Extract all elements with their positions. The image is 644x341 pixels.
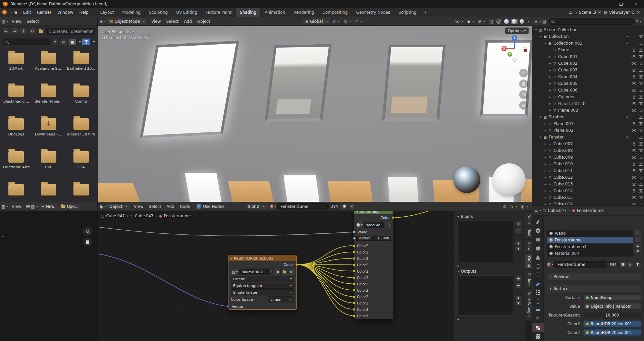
menu-help[interactable]: Help bbox=[76, 8, 91, 17]
create-folder-icon[interactable] bbox=[37, 28, 45, 35]
hide-in-viewport-eye-icon[interactable] bbox=[632, 176, 636, 179]
disable-in-renders-camera-icon[interactable] bbox=[639, 102, 643, 105]
folder-item[interactable]: Config bbox=[65, 81, 97, 114]
open-image-folder-icon[interactable] bbox=[281, 269, 287, 275]
expand-arrow-icon[interactable]: ▾ bbox=[543, 42, 547, 45]
expand-arrow-icon[interactable]: ▾ bbox=[534, 28, 538, 32]
hide-in-viewport-eye-icon[interactable] bbox=[632, 109, 636, 112]
disable-in-renders-camera-icon[interactable] bbox=[639, 69, 643, 72]
editor-type-file-browser-icon[interactable]: ▥ bbox=[2, 19, 8, 24]
outputs-list[interactable] bbox=[458, 275, 514, 316]
back-icon[interactable]: ← bbox=[2, 28, 10, 35]
properties-tab-view-layer[interactable] bbox=[532, 244, 544, 253]
outliner-row-cube-010[interactable]: ▸▽Cube.010 bbox=[532, 161, 644, 167]
refresh-icon[interactable]: ↻ bbox=[29, 28, 36, 35]
outliner-row-plane-003[interactable]: ▸▽Plane.003 bbox=[532, 107, 644, 114]
breadcrumb-item[interactable]: Fensterräume bbox=[164, 214, 191, 218]
move-slot-up-icon[interactable]: ▲ bbox=[635, 244, 641, 248]
outliner-row-cube-015[interactable]: ▸▽Cube.015 bbox=[532, 194, 644, 201]
editor-type-shader-icon[interactable]: ◉ bbox=[100, 204, 106, 209]
group-value-input-socket[interactable] bbox=[353, 231, 356, 234]
properties-tab-object-constraints[interactable] bbox=[532, 306, 544, 315]
property-value-value[interactable]: Object Info | Random bbox=[583, 303, 641, 309]
hide-in-viewport-eye-icon[interactable] bbox=[632, 189, 636, 192]
outliner-row-collection[interactable]: ▾▦Collection✓ bbox=[532, 33, 644, 40]
menu-edit[interactable]: Edit bbox=[20, 8, 34, 17]
inputs-section-header[interactable]: ▾ Inputs bbox=[458, 214, 522, 220]
shader-menu-select[interactable]: Select bbox=[146, 202, 164, 211]
snap-magnet-icon[interactable]: ∩ bbox=[332, 18, 341, 25]
outliner-filter-icon[interactable] bbox=[636, 19, 642, 24]
folder-item[interactable]: Blackmagic ... bbox=[0, 81, 33, 114]
outliner-search-input[interactable] bbox=[548, 18, 635, 25]
mode-dropdown[interactable]: ▣ Object Mode bbox=[107, 18, 148, 25]
material-name-field[interactable]: Fensterräume bbox=[554, 261, 606, 268]
shading-material-preview-icon[interactable] bbox=[511, 19, 518, 24]
outputs-expand-icon[interactable]: ▸ bbox=[458, 316, 522, 322]
expand-arrow-icon[interactable]: ▸ bbox=[548, 75, 552, 78]
group-color2-input-socket[interactable] bbox=[353, 282, 356, 285]
disable-in-renders-camera-icon[interactable] bbox=[639, 203, 643, 206]
hide-in-viewport-eye-icon[interactable] bbox=[632, 169, 636, 172]
workspace-tab-scripting[interactable]: Scripting bbox=[394, 8, 421, 17]
hide-in-viewport-eye-icon[interactable] bbox=[632, 163, 636, 166]
workspace-tab-shading[interactable]: Shading bbox=[236, 8, 261, 17]
expand-arrow-icon[interactable]: ▸ bbox=[543, 196, 547, 199]
disable-in-renders-camera-icon[interactable] bbox=[639, 196, 643, 199]
disable-in-renders-camera-icon[interactable] bbox=[639, 89, 643, 92]
outliner-row-haus1-001[interactable]: ▸▽Haus1.0012 bbox=[532, 100, 644, 107]
shading-rendered-icon[interactable] bbox=[519, 19, 525, 24]
add-output-button[interactable]: + bbox=[515, 275, 522, 281]
hide-in-viewport-eye-icon[interactable] bbox=[632, 75, 636, 78]
projection-dropdown[interactable]: Equirectangular bbox=[231, 283, 294, 289]
image-vector-input-socket[interactable] bbox=[227, 305, 230, 308]
3d-viewport-canvas[interactable]: User Perspective (1) Collection | Cube.0… bbox=[98, 26, 532, 202]
workspace-tab-modeling[interactable]: Modeling bbox=[118, 8, 145, 17]
unlink-scene-icon[interactable]: × bbox=[597, 10, 602, 15]
material-users-count[interactable]: 394 bbox=[328, 203, 340, 210]
expand-arrow-icon[interactable]: ▾ bbox=[539, 115, 543, 119]
outliner-row-cube-016[interactable]: ▸▽Cube.016 bbox=[532, 201, 644, 205]
remove-slot-button[interactable]: − bbox=[635, 237, 641, 243]
group-color2-input-socket[interactable] bbox=[353, 250, 356, 253]
gizmo-negative-x-axis[interactable] bbox=[524, 49, 527, 52]
property-value-texturengesamt[interactable]: 10.000 bbox=[583, 312, 641, 318]
disable-in-renders-camera-icon[interactable] bbox=[639, 55, 643, 58]
shader-node-canvas[interactable]: ▾ NodeGroup Color NodeGro... Value bbox=[98, 211, 532, 341]
outliner-display-mode-icon[interactable]: ▤ bbox=[541, 19, 547, 24]
material-users-count[interactable]: 394 bbox=[607, 261, 619, 268]
hamburger-menu-icon[interactable] bbox=[25, 204, 31, 209]
add-workspace-button[interactable]: + bbox=[421, 8, 431, 17]
material-slot-list[interactable]: WandFensterräumeFensterrahmen3Material.0… bbox=[547, 230, 633, 257]
fake-user-shield-icon[interactable] bbox=[341, 203, 347, 210]
color-space-dropdown[interactable]: Linear bbox=[268, 296, 294, 302]
outliner-row-plane[interactable]: ▽Plane bbox=[532, 47, 644, 53]
move-input-down-icon[interactable]: ▼ bbox=[515, 246, 522, 251]
expand-arrow-icon[interactable]: ▸ bbox=[548, 55, 552, 58]
expand-arrow-icon[interactable]: ▸ bbox=[548, 68, 552, 72]
disable-in-renders-camera-icon[interactable] bbox=[639, 163, 643, 166]
hide-in-viewport-eye-icon[interactable] bbox=[632, 122, 636, 125]
open-image-button[interactable]: Ope.. bbox=[58, 203, 80, 210]
editor-type-3d-viewport-icon[interactable]: ◈ bbox=[100, 19, 106, 24]
hide-in-viewport-eye-icon[interactable] bbox=[632, 143, 636, 146]
expand-arrow-icon[interactable]: ▸ bbox=[548, 109, 552, 112]
outliner-row-collection-001[interactable]: ▾▦Collection.001✓ bbox=[532, 40, 644, 47]
properties-tab-object-data[interactable] bbox=[532, 315, 544, 323]
viewport-menu-object[interactable]: Object bbox=[195, 17, 213, 26]
surface-panel-header[interactable]: ▾Surface bbox=[547, 285, 641, 292]
forward-icon[interactable]: → bbox=[11, 28, 18, 35]
sidebar-tab-group[interactable]: Group bbox=[525, 254, 532, 269]
display-thumbnails-icon[interactable]: ▦ bbox=[69, 39, 76, 45]
outliner-row-plane-002[interactable]: ▸▽Plane.002 bbox=[532, 127, 644, 134]
outliner-row-cube-006[interactable]: ▸▽Cube.006 bbox=[532, 87, 644, 94]
expand-arrow-icon[interactable]: ▸ bbox=[543, 169, 547, 172]
disable-in-renders-camera-icon[interactable] bbox=[639, 62, 643, 65]
zoom-tool-icon[interactable] bbox=[519, 69, 528, 77]
folder-item[interactable]: Downloads - ... bbox=[33, 114, 65, 147]
folder-item[interactable]: Electronic Arts bbox=[0, 147, 33, 180]
expand-arrow-icon[interactable]: ▸ bbox=[543, 142, 547, 146]
add-slot-button[interactable]: + bbox=[635, 230, 641, 236]
move-slot-down-icon[interactable]: ▼ bbox=[635, 249, 641, 253]
sidebar-tab-node[interactable]: Node bbox=[525, 212, 532, 226]
